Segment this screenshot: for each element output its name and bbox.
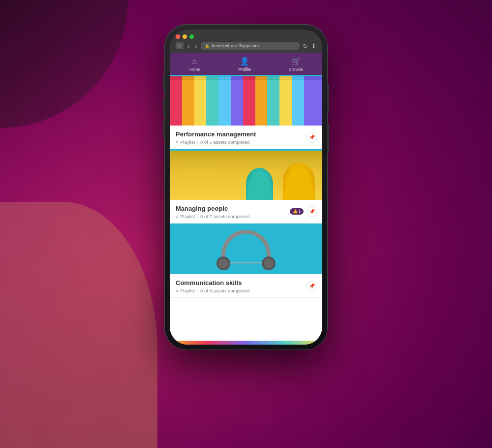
pin-button-2[interactable]: 📌 <box>307 281 317 291</box>
card-title-2: Communication skills <box>176 279 316 287</box>
card-title-0: Performance management <box>176 130 316 138</box>
card-actions-1: 👍 1 📌 <box>290 206 317 217</box>
forward-button[interactable]: › <box>194 42 198 50</box>
back-button[interactable]: ‹ <box>186 42 191 50</box>
playlist-image-headphones <box>170 225 322 274</box>
headphones-left-cup <box>216 256 230 270</box>
tab-switcher-icon[interactable]: ⊟ <box>176 42 184 49</box>
headphones-right-cup <box>262 256 276 270</box>
nav-profile-label: Profile <box>238 67 251 72</box>
card-progress-2: 0 of 8 assets completed <box>200 288 249 293</box>
list-icon-2: ≡ <box>176 288 178 293</box>
card-actions-2: 📌 <box>307 281 317 291</box>
download-icon[interactable]: ⬇ <box>311 42 316 50</box>
card-progress-1: 0 of 7 assets completed <box>200 214 249 219</box>
window-controls <box>174 32 318 42</box>
card-meta-2: ≡ Playlist · 0 of 8 assets completed <box>176 288 316 293</box>
headphones-cord <box>230 262 262 263</box>
app-navigation: ⌂ Home 👤 Profile 🛒 Browse <box>170 53 322 75</box>
playlist-card-0[interactable]: Performance management ≡ Playlist · 0 of… <box>170 75 322 149</box>
playlist-image-umbrellas <box>170 151 322 200</box>
browser-toolbar: ⊟ ‹ › 🔒 hemsleyfrase.5app.com ↻ ⬇ <box>174 42 318 53</box>
card-dot-1: · <box>197 214 198 219</box>
list-icon-1: ≡ <box>176 214 178 219</box>
url-text: hemsleyfrase.5app.com <box>212 43 259 48</box>
card-dot-0: · <box>197 139 198 145</box>
app-content: Performance management ≡ Playlist · 0 of… <box>170 75 322 345</box>
card-info-0: Performance management ≡ Playlist · 0 of… <box>170 126 322 149</box>
card-dot-2: · <box>197 288 198 293</box>
card-info-2: Communication skills ≡ Playlist · 0 of 8… <box>170 274 322 297</box>
playlist-image-fence <box>170 76 322 126</box>
minimize-window-button[interactable] <box>183 34 187 39</box>
card-type-2: Playlist <box>180 288 195 293</box>
nav-home[interactable]: ⌂ Home <box>184 56 205 73</box>
card-type-1: Playlist <box>180 214 195 219</box>
phone-mockup: ⊟ ‹ › 🔒 hemsleyfrase.5app.com ↻ ⬇ ⌂ <box>165 25 327 350</box>
list-icon-0: ≡ <box>176 140 178 145</box>
card-type-0: Playlist <box>180 139 195 145</box>
maximize-window-button[interactable] <box>189 34 194 39</box>
pin-button-0[interactable]: 📌 <box>307 132 317 143</box>
bottom-color-strip <box>170 341 322 345</box>
browser-chrome: ⊟ ‹ › 🔒 hemsleyfrase.5app.com ↻ ⬇ <box>170 30 322 53</box>
phone-screen: ⊟ ‹ › 🔒 hemsleyfrase.5app.com ↻ ⬇ ⌂ <box>170 30 322 345</box>
playlist-card-1[interactable]: Managing people ≡ Playlist · 0 of 7 asse… <box>170 149 322 224</box>
profile-icon: 👤 <box>240 57 249 66</box>
umbrella-right <box>283 163 315 200</box>
nav-home-label: Home <box>188 67 200 72</box>
close-window-button[interactable] <box>176 34 180 39</box>
browser-actions: ↻ ⬇ <box>303 42 316 50</box>
card-meta-0: ≡ Playlist · 0 of 6 assets completed <box>176 139 316 145</box>
card-info-1: Managing people ≡ Playlist · 0 of 7 asse… <box>170 200 322 223</box>
browse-icon: 🛒 <box>291 57 301 66</box>
pin-button-1[interactable]: 📌 <box>307 206 317 217</box>
address-bar[interactable]: 🔒 hemsleyfrase.5app.com <box>201 42 300 50</box>
phone-outer: ⊟ ‹ › 🔒 hemsleyfrase.5app.com ↻ ⬇ ⌂ <box>165 25 327 350</box>
headphones-arc <box>221 230 271 259</box>
like-badge-1[interactable]: 👍 1 <box>290 208 304 215</box>
lock-icon: 🔒 <box>205 44 210 48</box>
card-progress-0: 0 of 6 assets completed <box>200 139 249 145</box>
nav-profile[interactable]: 👤 Profile <box>233 56 256 73</box>
card-actions-0: 📌 <box>307 132 317 143</box>
like-count-1: 1 <box>299 209 301 214</box>
thumbs-up-icon: 👍 <box>293 209 298 214</box>
home-icon: ⌂ <box>192 57 197 66</box>
nav-browse[interactable]: 🛒 Browse <box>284 56 308 73</box>
nav-browse-label: Browse <box>289 67 304 72</box>
reload-icon[interactable]: ↻ <box>303 42 308 50</box>
playlist-card-2[interactable]: Communication skills ≡ Playlist · 0 of 8… <box>170 224 322 298</box>
